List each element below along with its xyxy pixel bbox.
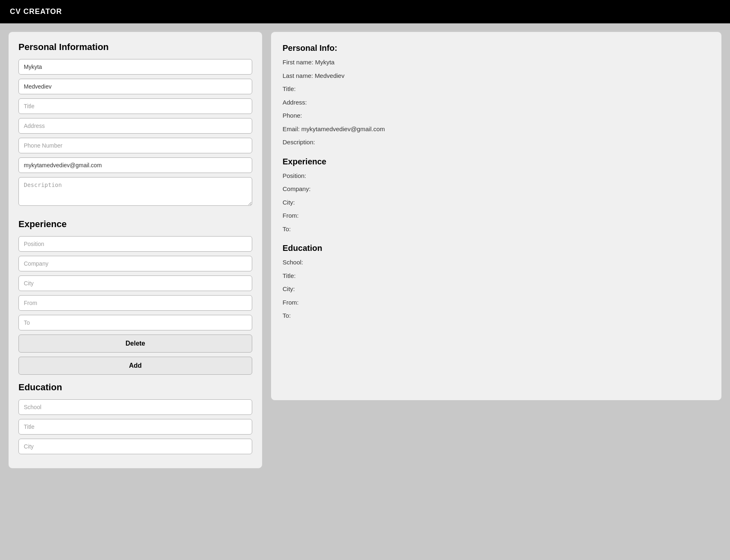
preview-education: Education School: Title: City: From: To: (283, 244, 710, 321)
preview-education-title: Education (283, 244, 710, 253)
preview-personal-info: Personal Info: First name: Mykyta Last n… (283, 43, 710, 147)
email-input[interactable] (18, 157, 252, 173)
city-exp-input[interactable] (18, 275, 252, 291)
delete-button[interactable]: Delete (18, 335, 252, 353)
preview-company: Company: (283, 184, 710, 194)
preview-edu-to: To: (283, 311, 710, 321)
preview-city: City: (283, 198, 710, 207)
preview-school: School: (283, 258, 710, 267)
personal-info-section: Personal Information (18, 42, 252, 212)
preview-experience: Experience Position: Company: City: From… (283, 157, 710, 234)
preview-phone: Phone: (283, 111, 710, 121)
phone-input[interactable] (18, 138, 252, 153)
app-header: CV CREATOR (0, 0, 730, 23)
personal-info-title: Personal Information (18, 42, 252, 52)
app-title: CV CREATOR (10, 7, 62, 16)
main-content: Personal Information Experience Delete A… (0, 23, 730, 477)
edu-title-input[interactable] (18, 419, 252, 435)
education-title: Education (18, 382, 252, 393)
preview-first-name: First name: Mykyta (283, 58, 710, 67)
position-input[interactable] (18, 236, 252, 252)
from-exp-input[interactable] (18, 295, 252, 311)
preview-description: Description: (283, 138, 710, 147)
preview-from: From: (283, 211, 710, 221)
preview-title: Title: (283, 84, 710, 94)
first-name-input[interactable] (18, 59, 252, 75)
preview-to: To: (283, 225, 710, 234)
preview-personal-info-title: Personal Info: (283, 43, 710, 53)
preview-edu-title: Title: (283, 271, 710, 281)
preview-last-name: Last name: Medvediev (283, 71, 710, 81)
title-input[interactable] (18, 98, 252, 114)
preview-position: Position: (283, 171, 710, 181)
preview-email: Email: mykytamedvediev@gmail.com (283, 125, 710, 134)
left-panel: Personal Information Experience Delete A… (8, 32, 262, 469)
right-panel: Personal Info: First name: Mykyta Last n… (271, 32, 722, 401)
preview-address: Address: (283, 98, 710, 107)
last-name-input[interactable] (18, 79, 252, 94)
address-input[interactable] (18, 118, 252, 134)
school-input[interactable] (18, 399, 252, 415)
company-input[interactable] (18, 256, 252, 271)
experience-title: Experience (18, 219, 252, 230)
edu-city-input[interactable] (18, 439, 252, 454)
preview-edu-city: City: (283, 285, 710, 294)
preview-edu-from: From: (283, 298, 710, 307)
add-button[interactable]: Add (18, 357, 252, 375)
to-exp-input[interactable] (18, 315, 252, 330)
description-input[interactable] (18, 177, 252, 206)
education-section: Education (18, 382, 252, 458)
experience-section: Experience Delete Add (18, 219, 252, 379)
preview-experience-title: Experience (283, 157, 710, 166)
